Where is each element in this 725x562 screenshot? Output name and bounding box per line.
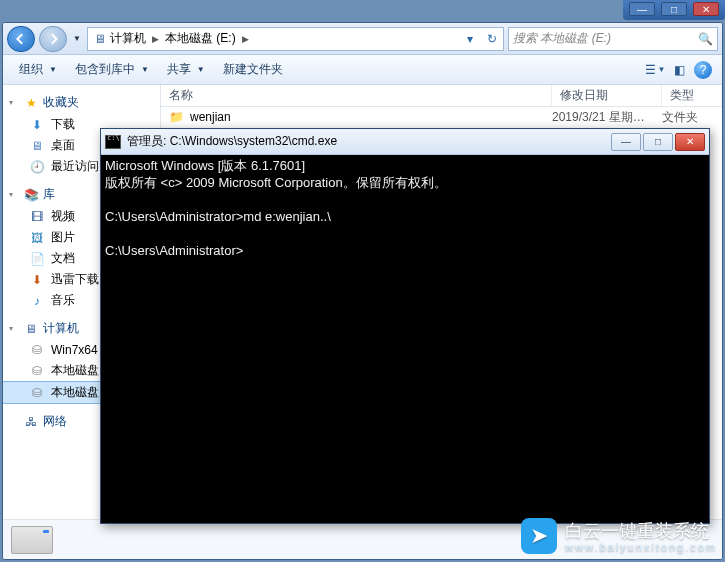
column-headers: 名称 修改日期 类型 (161, 85, 722, 107)
preview-pane-button[interactable]: ◧ (668, 59, 690, 81)
arrow-left-icon (15, 33, 27, 45)
collapse-icon: ▾ (9, 190, 19, 199)
include-in-library-button[interactable]: 包含到库中▼ (67, 59, 157, 81)
view-options-button[interactable]: ☰▼ (644, 59, 666, 81)
search-placeholder: 搜索 本地磁盘 (E:) (513, 30, 611, 47)
cmd-window: 管理员: C:\Windows\system32\cmd.exe — □ ✕ M… (100, 128, 710, 524)
outer-close-button[interactable]: ✕ (693, 2, 719, 16)
address-dropdown-icon[interactable]: ▾ (459, 32, 481, 46)
cmd-close-button[interactable]: ✕ (675, 133, 705, 151)
cmd-output[interactable]: Microsoft Windows [版本 6.1.7601] 版权所有 <c>… (101, 155, 709, 523)
network-icon: 🖧 (23, 414, 39, 430)
address-segment-drive[interactable]: 本地磁盘 (E:) (161, 28, 240, 50)
status-bar (3, 519, 722, 559)
organize-button[interactable]: 组织▼ (11, 59, 65, 81)
help-button[interactable]: ? (692, 59, 714, 81)
computer-icon: 🖥 (92, 31, 108, 47)
share-button[interactable]: 共享▼ (159, 59, 213, 81)
cmd-line: 版权所有 <c> 2009 Microsoft Corporation。保留所有… (105, 175, 447, 190)
cmd-title-text: 管理员: C:\Windows\system32\cmd.exe (127, 133, 605, 150)
desktop-icon: 🖥 (29, 138, 45, 154)
cmd-minimize-button[interactable]: — (611, 133, 641, 151)
drive-icon: ⛁ (29, 342, 45, 358)
address-bar[interactable]: 🖥 计算机 ▶ 本地磁盘 (E:) ▶ ▾ ↻ (87, 27, 504, 51)
cmd-line: Microsoft Windows [版本 6.1.7601] (105, 158, 305, 173)
folder-icon: 📁 (169, 110, 184, 124)
outer-window-chrome: — □ ✕ (623, 0, 725, 20)
cmd-line: C:\Users\Administrator>md e:wenjian..\ (105, 209, 331, 224)
drive-icon (11, 526, 53, 554)
address-segment-label: 计算机 (110, 30, 146, 47)
sidebar-group-favorites[interactable]: ▾★收藏夹 (3, 91, 160, 114)
col-type[interactable]: 类型 (662, 85, 722, 106)
address-segment-computer[interactable]: 🖥 计算机 (88, 28, 150, 50)
chevron-down-icon: ▼ (141, 65, 149, 74)
outer-minimize-button[interactable]: — (629, 2, 655, 16)
breadcrumb-chevron-icon[interactable]: ▶ (240, 34, 251, 44)
chevron-down-icon: ▼ (197, 65, 205, 74)
nav-history-dropdown[interactable]: ▼ (71, 29, 83, 49)
help-icon: ? (694, 61, 712, 79)
cmd-maximize-button[interactable]: □ (643, 133, 673, 151)
document-icon: 📄 (29, 251, 45, 267)
arrow-right-icon (47, 33, 59, 45)
outer-maximize-button[interactable]: □ (661, 2, 687, 16)
file-type: 文件夹 (662, 109, 722, 126)
nav-forward-button[interactable] (39, 26, 67, 52)
drive-icon: ⛁ (29, 363, 45, 379)
file-row[interactable]: 📁wenjian 2019/3/21 星期… 文件夹 (161, 107, 722, 127)
nav-back-button[interactable] (7, 26, 35, 52)
collapse-icon: ▾ (9, 98, 19, 107)
star-icon: ★ (23, 95, 39, 111)
download-icon: ⬇ (29, 117, 45, 133)
breadcrumb-chevron-icon[interactable]: ▶ (150, 34, 161, 44)
library-icon: 📚 (23, 187, 39, 203)
col-name[interactable]: 名称 (161, 85, 552, 106)
col-modified[interactable]: 修改日期 (552, 85, 662, 106)
cmd-icon (105, 135, 121, 149)
picture-icon: 🖼 (29, 230, 45, 246)
search-input[interactable]: 搜索 本地磁盘 (E:) 🔍 (508, 27, 718, 51)
nav-bar: ▼ 🖥 计算机 ▶ 本地磁盘 (E:) ▶ ▾ ↻ 搜索 本地磁盘 (E:) 🔍 (3, 23, 722, 55)
drive-icon: ⛁ (29, 385, 45, 401)
file-name: wenjian (190, 110, 231, 124)
cmd-line: C:\Users\Administrator> (105, 243, 243, 258)
chevron-down-icon: ▼ (49, 65, 57, 74)
computer-icon: 🖥 (23, 321, 39, 337)
command-toolbar: 组织▼ 包含到库中▼ 共享▼ 新建文件夹 ☰▼ ◧ ? (3, 55, 722, 85)
collapse-icon: ▾ (9, 324, 19, 333)
video-icon: 🎞 (29, 209, 45, 225)
music-icon: ♪ (29, 293, 45, 309)
xunlei-icon: ⬇ (29, 272, 45, 288)
address-segment-label: 本地磁盘 (E:) (165, 30, 236, 47)
refresh-icon[interactable]: ↻ (481, 32, 503, 46)
new-folder-button[interactable]: 新建文件夹 (215, 59, 291, 81)
cmd-titlebar[interactable]: 管理员: C:\Windows\system32\cmd.exe — □ ✕ (101, 129, 709, 155)
search-icon[interactable]: 🔍 (698, 32, 713, 46)
recent-icon: 🕘 (29, 159, 45, 175)
file-modified: 2019/3/21 星期… (552, 109, 662, 126)
